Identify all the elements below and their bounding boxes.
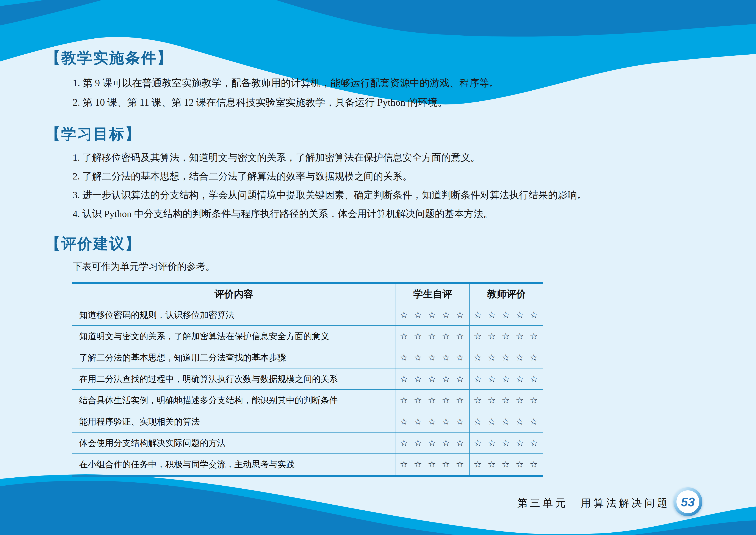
evaluation-content-cell: 知道移位密码的规则，认识移位加密算法 <box>72 304 395 325</box>
evaluation-content-cell: 体会使用分支结构解决实际问题的方法 <box>72 433 395 453</box>
evaluation-content-cell: 在用二分法查找的过程中，明确算法执行次数与数据规模之间的关系 <box>72 368 395 389</box>
section-heading-learning-objectives: 【学习目标】 <box>45 124 141 144</box>
table-row: 了解二分法的基本思想，知道用二分法查找的基本步骤 ☆ ☆ ☆ ☆ ☆ ☆ ☆ ☆… <box>72 347 543 368</box>
teacher-rating-stars: ☆ ☆ ☆ ☆ ☆ <box>469 347 543 368</box>
teacher-rating-stars: ☆ ☆ ☆ ☆ ☆ <box>469 390 543 411</box>
evaluation-content-cell: 了解二分法的基本思想，知道用二分法查找的基本步骤 <box>72 347 395 368</box>
student-rating-stars: ☆ ☆ ☆ ☆ ☆ <box>395 454 469 475</box>
evaluation-content-cell: 在小组合作的任务中，积极与同学交流，主动思考与实践 <box>72 454 395 475</box>
page-number: 53 <box>676 490 699 513</box>
student-rating-stars: ☆ ☆ ☆ ☆ ☆ <box>395 347 469 368</box>
teacher-rating-stars: ☆ ☆ ☆ ☆ ☆ <box>469 454 543 475</box>
table-row: 能用程序验证、实现相关的算法 ☆ ☆ ☆ ☆ ☆ ☆ ☆ ☆ ☆ ☆ <box>72 411 543 433</box>
table-row: 在小组合作的任务中，积极与同学交流，主动思考与实践 ☆ ☆ ☆ ☆ ☆ ☆ ☆ … <box>72 454 543 475</box>
table-row: 体会使用分支结构解决实际问题的方法 ☆ ☆ ☆ ☆ ☆ ☆ ☆ ☆ ☆ ☆ <box>72 433 543 454</box>
table-row: 结合具体生活实例，明确地描述多分支结构，能识别其中的判断条件 ☆ ☆ ☆ ☆ ☆… <box>72 390 543 411</box>
student-rating-stars: ☆ ☆ ☆ ☆ ☆ <box>395 433 469 453</box>
student-rating-stars: ☆ ☆ ☆ ☆ ☆ <box>395 368 469 389</box>
page-number-badge: 53 <box>673 487 702 516</box>
teacher-rating-stars: ☆ ☆ ☆ ☆ ☆ <box>469 411 543 432</box>
teacher-rating-stars: ☆ ☆ ☆ ☆ ☆ <box>469 368 543 389</box>
footer-unit-title: 第三单元 用算法解决问题 <box>517 496 670 510</box>
student-rating-stars: ☆ ☆ ☆ ☆ ☆ <box>395 411 469 432</box>
student-rating-stars: ☆ ☆ ☆ ☆ ☆ <box>395 326 469 347</box>
student-rating-stars: ☆ ☆ ☆ ☆ ☆ <box>395 390 469 411</box>
evaluation-content-cell: 知道明文与密文的关系，了解加密算法在保护信息安全方面的意义 <box>72 326 395 347</box>
table-row: 在用二分法查找的过程中，明确算法执行次数与数据规模之间的关系 ☆ ☆ ☆ ☆ ☆… <box>72 368 543 390</box>
student-rating-stars: ☆ ☆ ☆ ☆ ☆ <box>395 304 469 325</box>
evaluation-intro-text: 下表可作为单元学习评价的参考。 <box>73 261 215 272</box>
column-header-student-self-rating: 学生自评 <box>395 284 469 304</box>
evaluation-content-cell: 能用程序验证、实现相关的算法 <box>72 411 395 432</box>
learning-objective-3: 3. 进一步认识算法的分支结构，学会从问题情境中提取关键因素、确定判断条件，知道… <box>73 189 587 201</box>
evaluation-table: 评价内容 学生自评 教师评价 知道移位密码的规则，认识移位加密算法 ☆ ☆ ☆ … <box>72 282 543 477</box>
section-heading-teaching-conditions: 【教学实施条件】 <box>45 48 173 68</box>
table-header-row: 评价内容 学生自评 教师评价 <box>72 284 543 304</box>
learning-objective-1: 1. 了解移位密码及其算法，知道明文与密文的关系，了解加密算法在保护信息安全方面… <box>73 152 480 163</box>
section-heading-evaluation-suggestions: 【评价建议】 <box>45 234 141 254</box>
column-header-evaluation-content: 评价内容 <box>72 284 395 304</box>
evaluation-content-cell: 结合具体生活实例，明确地描述多分支结构，能识别其中的判断条件 <box>72 390 395 411</box>
column-header-teacher-rating: 教师评价 <box>469 284 543 304</box>
table-row: 知道移位密码的规则，认识移位加密算法 ☆ ☆ ☆ ☆ ☆ ☆ ☆ ☆ ☆ ☆ <box>72 304 543 326</box>
learning-objective-4: 4. 认识 Python 中分支结构的判断条件与程序执行路径的关系，体会用计算机… <box>73 208 493 220</box>
table-body: 知道移位密码的规则，认识移位加密算法 ☆ ☆ ☆ ☆ ☆ ☆ ☆ ☆ ☆ ☆ 知… <box>72 304 543 475</box>
table-row: 知道明文与密文的关系，了解加密算法在保护信息安全方面的意义 ☆ ☆ ☆ ☆ ☆ … <box>72 326 543 347</box>
teacher-rating-stars: ☆ ☆ ☆ ☆ ☆ <box>469 304 543 325</box>
teaching-condition-item-1: 1. 第 9 课可以在普通教室实施教学，配备教师用的计算机，能够运行配套资源中的… <box>73 77 499 89</box>
teaching-condition-item-2: 2. 第 10 课、第 11 课、第 12 课在信息科技实验室实施教学，具备运行… <box>73 97 447 108</box>
textbook-page: 【教学实施条件】 1. 第 9 课可以在普通教室实施教学，配备教师用的计算机，能… <box>0 0 756 535</box>
learning-objective-2: 2. 了解二分法的基本思想，结合二分法了解算法的效率与数据规模之间的关系。 <box>73 170 412 182</box>
teacher-rating-stars: ☆ ☆ ☆ ☆ ☆ <box>469 326 543 347</box>
teacher-rating-stars: ☆ ☆ ☆ ☆ ☆ <box>469 433 543 453</box>
